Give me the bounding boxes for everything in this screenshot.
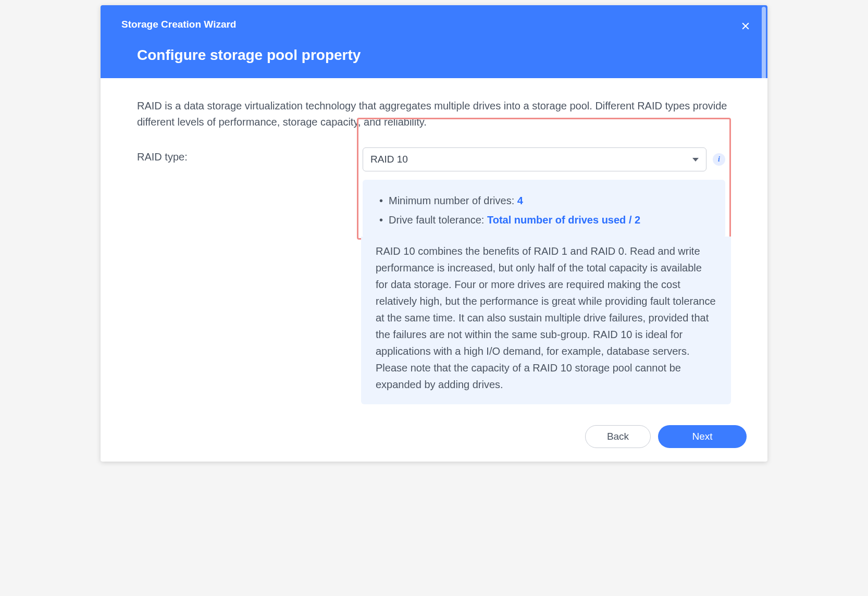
raid-type-select[interactable]: RAID 10 — [363, 147, 706, 171]
fault-tolerance-item: Drive fault tolerance: Total number of d… — [377, 210, 711, 230]
dialog-header: Storage Creation Wizard Configure storag… — [101, 5, 767, 78]
raid-description: RAID 10 combines the benefits of RAID 1 … — [361, 237, 731, 404]
chevron-down-icon — [692, 158, 699, 162]
min-drives-item: Minimum number of drives: 4 — [377, 191, 711, 210]
dialog-body: RAID is a data storage virtualization te… — [101, 78, 767, 416]
raid-type-row: RAID type: RAID 10 i — [137, 146, 731, 404]
info-icon[interactable]: i — [713, 153, 725, 166]
wizard-title: Storage Creation Wizard — [121, 19, 747, 30]
close-button[interactable] — [738, 19, 753, 33]
min-drives-label: Minimum number of drives: — [389, 195, 517, 206]
fault-tolerance-label: Drive fault tolerance: — [389, 214, 487, 226]
min-drives-value: 4 — [517, 195, 523, 206]
page-title: Configure storage pool property — [137, 47, 747, 64]
next-button[interactable]: Next — [658, 425, 747, 448]
raid-info-list: Minimum number of drives: 4 Drive fault … — [377, 191, 711, 230]
close-icon — [740, 21, 751, 31]
fault-tolerance-value: Total number of drives used / 2 — [487, 214, 640, 226]
highlight-annotation: RAID 10 i Minimum number of drives: 4 — [357, 118, 731, 240]
raid-info-panel: Minimum number of drives: 4 Drive fault … — [363, 180, 725, 238]
back-button[interactable]: Back — [585, 425, 651, 448]
raid-type-value-column: RAID 10 i Minimum number of drives: 4 — [361, 146, 731, 404]
storage-wizard-dialog: Storage Creation Wizard Configure storag… — [101, 5, 767, 462]
scrollbar-thumb[interactable] — [762, 7, 766, 88]
dialog-footer: Back Next — [101, 416, 767, 462]
raid-type-label: RAID type: — [137, 146, 361, 163]
raid-type-selected-value: RAID 10 — [370, 154, 408, 165]
